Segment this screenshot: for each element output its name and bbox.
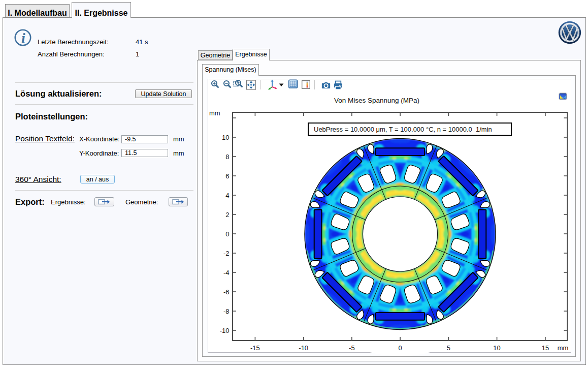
svg-text:10: 10 <box>493 344 500 352</box>
svg-text:-2: -2 <box>223 250 230 257</box>
svg-text:8: 8 <box>225 153 229 161</box>
svg-text:Von Mises Spannung (MPa): Von Mises Spannung (MPa) <box>334 97 419 104</box>
svg-text:-8: -8 <box>223 308 230 315</box>
svg-text:6: 6 <box>225 172 229 180</box>
svg-text:mm: mm <box>558 344 569 352</box>
svg-text:2: 2 <box>225 211 229 219</box>
svg-text:4: 4 <box>225 192 229 199</box>
svg-text:-10: -10 <box>299 344 308 352</box>
svg-text:-5: -5 <box>349 344 355 352</box>
svg-text:5: 5 <box>447 344 450 352</box>
svg-text:0: 0 <box>398 344 402 352</box>
svg-text:-6: -6 <box>223 288 230 296</box>
svg-text:10: 10 <box>222 134 229 141</box>
svg-text:-15: -15 <box>250 344 260 352</box>
svg-text:mm: mm <box>209 109 220 117</box>
svg-text:15: 15 <box>542 344 549 352</box>
svg-text:UebPress = 10.0000 μm, T = 100: UebPress = 10.0000 μm, T = 100.000 °C, n… <box>314 126 492 133</box>
svg-text:-10: -10 <box>220 327 230 334</box>
svg-text:0: 0 <box>225 230 229 238</box>
svg-text:-4: -4 <box>223 269 230 277</box>
